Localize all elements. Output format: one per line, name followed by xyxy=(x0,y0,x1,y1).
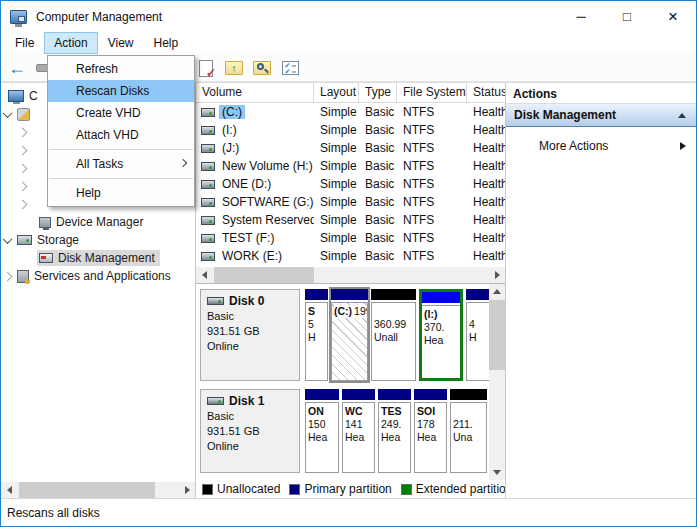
chevron-collapsed-icon[interactable] xyxy=(18,181,28,191)
volume-row-new-volume-h[interactable]: New Volume (H:) Simple Basic NTFS Health… xyxy=(196,157,505,175)
volume-row-test-f[interactable]: TEST (F:) Simple Basic NTFS Healthy xyxy=(196,229,505,247)
chevron-collapsed-icon[interactable] xyxy=(3,271,13,281)
menu-item-help[interactable]: Help xyxy=(48,182,194,204)
column-volume[interactable]: Volume xyxy=(196,83,314,102)
action-dropdown-menu: Refresh Rescan Disks Create VHD Attach V… xyxy=(47,55,195,207)
actions-section-disk-management[interactable]: Disk Management xyxy=(506,104,696,127)
disk-graphical-view: Disk 0 Basic 931.51 GB Online S5H (C:)19… xyxy=(196,284,505,481)
unallocated-swatch xyxy=(202,484,213,495)
volume-row-one-d[interactable]: ONE (D:) Simple Basic NTFS Healthy xyxy=(196,175,505,193)
scrollbar-thumb[interactable] xyxy=(19,482,155,498)
volume-icon xyxy=(201,162,215,171)
volume-icon xyxy=(201,144,215,153)
scrollbar-thumb[interactable] xyxy=(214,267,314,283)
device-manager-icon xyxy=(39,217,51,228)
services-icon xyxy=(17,270,29,283)
column-file-system[interactable]: File System xyxy=(397,83,467,102)
partition-one-d[interactable]: ON150Hea xyxy=(305,389,339,473)
primary-partition-swatch xyxy=(289,484,300,495)
volume-list-header: Volume Layout Type File System Status xyxy=(196,83,505,103)
partition-system-reserved[interactable]: S5H xyxy=(305,289,328,381)
partition-work-e[interactable]: WC141Hea xyxy=(342,389,375,473)
volume-icon xyxy=(201,198,215,207)
chevron-expanded-icon[interactable] xyxy=(3,234,13,244)
tree-horizontal-scrollbar xyxy=(1,482,195,498)
volume-row-c[interactable]: (C:) Simple Basic NTFS Healthy xyxy=(196,103,505,121)
volume-row-software-g[interactable]: SOFTWARE (G:) Simple Basic NTFS Healthy xyxy=(196,193,505,211)
console-tree-toggle-button[interactable]: ✓ ✓ xyxy=(279,57,301,79)
menu-action[interactable]: Action xyxy=(44,32,97,54)
partition-color-bar xyxy=(414,389,447,400)
tree-item-storage[interactable]: Storage xyxy=(1,231,195,249)
titlebar: Computer Management ─ □ × xyxy=(1,1,696,32)
document-check-button[interactable]: ✓ xyxy=(195,57,217,79)
volume-row-i[interactable]: (I:) Simple Basic NTFS Healthy xyxy=(196,121,505,139)
actions-pane: Actions Disk Management More Actions xyxy=(506,83,696,498)
scroll-left-button[interactable] xyxy=(196,267,212,283)
scroll-left-button[interactable] xyxy=(1,482,17,498)
scroll-down-button[interactable] xyxy=(489,465,505,481)
scroll-right-button[interactable] xyxy=(489,267,505,283)
legend-unallocated: Unallocated xyxy=(202,482,280,496)
menu-help[interactable]: Help xyxy=(144,32,189,54)
more-actions-item[interactable]: More Actions xyxy=(506,136,696,156)
chevron-expanded-icon[interactable] xyxy=(3,108,13,118)
document-check-icon: ✓ xyxy=(199,60,213,77)
tree-item-services-applications[interactable]: Services and Applications xyxy=(1,267,195,285)
disk-1-info[interactable]: Disk 1 Basic 931.51 GB Online xyxy=(200,389,300,473)
back-button[interactable]: ← xyxy=(6,57,28,79)
chevron-collapsed-icon[interactable] xyxy=(18,163,28,173)
column-layout[interactable]: Layout xyxy=(314,83,359,102)
folder-search-button[interactable] xyxy=(251,57,273,79)
menu-view[interactable]: View xyxy=(98,32,144,54)
partition-unallocated-disk0[interactable]: 360.99Unall xyxy=(371,289,416,381)
disk-icon xyxy=(207,397,224,405)
tree-item-device-manager[interactable]: Device Manager xyxy=(1,213,195,231)
volume-icon xyxy=(201,234,215,243)
scrollbar-thumb[interactable] xyxy=(489,300,505,370)
extended-partition-swatch xyxy=(401,484,412,495)
statusbar: Rescans all disks xyxy=(1,498,696,526)
menu-item-all-tasks[interactable]: All Tasks xyxy=(48,153,194,175)
menu-file[interactable]: File xyxy=(5,32,44,54)
menu-item-refresh[interactable]: Refresh xyxy=(48,58,194,80)
column-type[interactable]: Type xyxy=(359,83,397,102)
partition-test-f[interactable]: TES249.Hea xyxy=(378,389,411,473)
disk-0-info[interactable]: Disk 0 Basic 931.51 GB Online xyxy=(200,289,300,381)
folder-up-button[interactable]: ↑ xyxy=(223,57,245,79)
chevron-collapsed-icon[interactable] xyxy=(18,127,28,137)
app-icon xyxy=(10,10,27,24)
partition-legend: Unallocated Primary partition Extended p… xyxy=(196,480,505,498)
tree-item-disk-management[interactable]: Disk Management xyxy=(1,249,195,267)
volume-row-system-reserved[interactable]: System Reserved Simple Basic NTFS Health… xyxy=(196,211,505,229)
volume-icon xyxy=(201,108,215,117)
menu-separator xyxy=(49,178,193,179)
volume-icon xyxy=(201,180,215,189)
close-button[interactable]: × xyxy=(650,1,696,32)
partition-software-g[interactable]: SOI178Hea xyxy=(414,389,447,473)
volume-icon xyxy=(201,126,215,135)
volume-row-work-e[interactable]: WORK (E:) Simple Basic NTFS Healthy xyxy=(196,247,505,265)
partition-color-bar xyxy=(305,389,339,400)
collapse-section-icon[interactable] xyxy=(678,113,686,118)
partition-clipped-disk0[interactable]: 4H xyxy=(466,289,490,381)
scroll-right-button[interactable] xyxy=(179,482,195,498)
menu-item-attach-vhd[interactable]: Attach VHD xyxy=(48,124,194,146)
storage-icon xyxy=(17,235,32,245)
partition-c[interactable]: (C:)199.4Healt xyxy=(331,289,368,381)
minimize-button[interactable]: ─ xyxy=(558,1,604,32)
menu-item-create-vhd[interactable]: Create VHD xyxy=(48,102,194,124)
chevron-collapsed-icon[interactable] xyxy=(18,199,28,209)
computer-icon xyxy=(8,90,24,102)
volume-list: Volume Layout Type File System Status (C… xyxy=(196,83,505,284)
back-arrow-icon: ← xyxy=(8,59,26,77)
scroll-up-button[interactable] xyxy=(489,284,505,300)
column-status[interactable]: Status xyxy=(467,83,505,102)
maximize-button[interactable]: □ xyxy=(604,1,650,32)
volume-row-j[interactable]: (J:) Simple Basic NTFS Healthy xyxy=(196,139,505,157)
partition-i-extended[interactable]: (I:)370.Hea xyxy=(419,289,463,381)
disk-management-icon xyxy=(39,253,53,263)
menu-item-rescan-disks[interactable]: Rescan Disks xyxy=(48,80,194,102)
chevron-collapsed-icon[interactable] xyxy=(18,145,28,155)
partition-unallocated-disk1[interactable]: 211.Una xyxy=(450,389,487,473)
